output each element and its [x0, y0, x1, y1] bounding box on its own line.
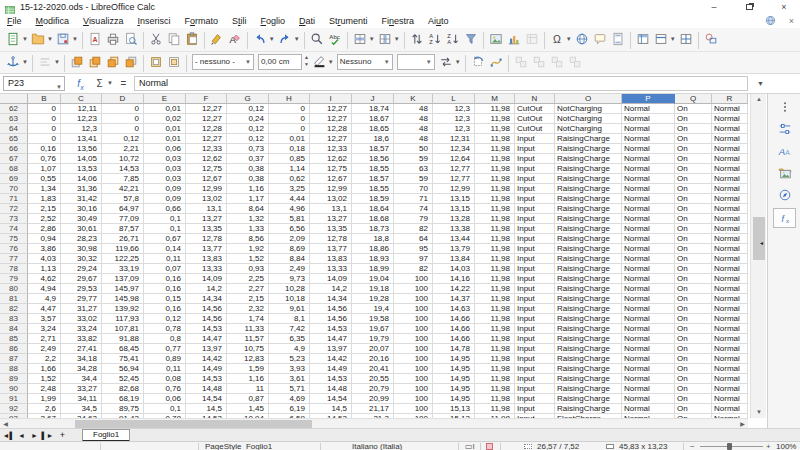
cell-E82[interactable]: 0,16 — [144, 304, 186, 314]
cell-I67[interactable]: 12,62 — [310, 154, 352, 164]
cell-H92[interactable]: 6,19 — [269, 404, 310, 414]
cell-P63[interactable]: Normal — [622, 114, 675, 124]
cell-D82[interactable]: 139,92 — [102, 304, 144, 314]
cell-K80[interactable]: 100 — [394, 284, 433, 294]
cell-Q91[interactable]: On — [675, 394, 712, 404]
cell-G63[interactable]: 0,24 — [227, 114, 269, 124]
cell-O64[interactable]: NotCharging — [555, 124, 622, 134]
cell-F76[interactable]: 13,77 — [186, 244, 227, 254]
cell-B80[interactable]: 4,94 — [28, 284, 61, 294]
cell-I74[interactable]: 13,35 — [310, 224, 352, 234]
cell-I69[interactable]: 12,67 — [310, 174, 352, 184]
cell-R91[interactable]: Normal — [712, 394, 748, 404]
cell-D78[interactable]: 33,19 — [102, 264, 144, 274]
cell-C86[interactable]: 27,41 — [61, 344, 102, 354]
cell-M84[interactable]: 11,98 — [475, 324, 515, 334]
cell-D80[interactable]: 145,97 — [102, 284, 144, 294]
cell-H74[interactable]: 6,56 — [269, 224, 310, 234]
cell-J66[interactable]: 18,57 — [352, 144, 394, 154]
row-header-83[interactable]: 83 — [0, 314, 28, 324]
cell-D79[interactable]: 137,09 — [102, 274, 144, 284]
cell-P69[interactable]: Normal — [622, 174, 675, 184]
cell-H79[interactable]: 9,73 — [269, 274, 310, 284]
cell-O72[interactable]: RaisingCharge — [555, 204, 622, 214]
cell-D92[interactable]: 89,75 — [102, 404, 144, 414]
cell-R64[interactable]: Normal — [712, 124, 748, 134]
cell-C70[interactable]: 31,36 — [61, 184, 102, 194]
cell-D66[interactable]: 2,21 — [102, 144, 144, 154]
cell-P83[interactable]: Normal — [622, 314, 675, 324]
cell-B76[interactable]: 3,86 — [28, 244, 61, 254]
cell-F69[interactable]: 12,67 — [186, 174, 227, 184]
cell-L79[interactable]: 14,16 — [433, 274, 475, 284]
cell-E70[interactable]: 0,09 — [144, 184, 186, 194]
cell-G92[interactable]: 1,45 — [227, 404, 269, 414]
hyperlink-button[interactable] — [574, 30, 590, 49]
cell-M89[interactable]: 11,98 — [475, 374, 515, 384]
cell-K82[interactable]: 100 — [394, 304, 433, 314]
cell-O86[interactable]: RaisingCharge — [555, 344, 622, 354]
cell-J78[interactable]: 18,99 — [352, 264, 394, 274]
cell-I92[interactable]: 14,5 — [310, 404, 352, 414]
gallery-deck-icon[interactable] — [773, 164, 796, 184]
cell-N86[interactable]: Input — [515, 344, 555, 354]
cell-H91[interactable]: 4,69 — [269, 394, 310, 404]
cell-H69[interactable]: 0,62 — [269, 174, 310, 184]
cell-B66[interactable]: 0,16 — [28, 144, 61, 154]
cell-M71[interactable]: 11,98 — [475, 194, 515, 204]
cell-F77[interactable]: 13,83 — [186, 254, 227, 264]
cell-R85[interactable]: Normal — [712, 334, 748, 344]
pivot-table-button[interactable] — [524, 30, 540, 49]
cell-O77[interactable]: RaisingCharge — [555, 254, 622, 264]
cell-M68[interactable]: 11,98 — [475, 164, 515, 174]
cell-E86[interactable]: 0,77 — [144, 344, 186, 354]
cell-F74[interactable]: 13,35 — [186, 224, 227, 234]
cell-C78[interactable]: 29,24 — [61, 264, 102, 274]
scroll-up-icon[interactable]: ▲ — [751, 94, 767, 105]
cell-Q86[interactable]: On — [675, 344, 712, 354]
cell-P88[interactable]: Normal — [622, 364, 675, 374]
clear-formatting-button[interactable]: A — [227, 30, 243, 49]
cell-F66[interactable]: 12,33 — [186, 144, 227, 154]
cell-Q78[interactable]: On — [675, 264, 712, 274]
cell-R72[interactable]: Normal — [712, 204, 748, 214]
column-header-N[interactable]: N — [515, 94, 555, 104]
cell-E79[interactable]: 0,16 — [144, 274, 186, 284]
cell-G90[interactable]: 11 — [227, 384, 269, 394]
cell-D90[interactable]: 82,68 — [102, 384, 144, 394]
column-header-K[interactable]: K — [394, 94, 433, 104]
cell-Q85[interactable]: On — [675, 334, 712, 344]
align-objects-button[interactable] — [37, 53, 53, 72]
cell-K72[interactable]: 74 — [394, 204, 433, 214]
cell-D68[interactable]: 14,53 — [102, 164, 144, 174]
exit-group-button[interactable] — [567, 53, 583, 72]
cell-J81[interactable]: 19,28 — [352, 294, 394, 304]
column-header-P[interactable]: P — [622, 94, 675, 104]
cell-M62[interactable]: 11,98 — [475, 104, 515, 114]
row-header-85[interactable]: 85 — [0, 334, 28, 344]
cell-M67[interactable]: 11,98 — [475, 154, 515, 164]
row-header-72[interactable]: 72 — [0, 204, 28, 214]
cell-H71[interactable]: 4,44 — [269, 194, 310, 204]
column-header-J[interactable]: J — [352, 94, 394, 104]
cell-C67[interactable]: 14,05 — [61, 154, 102, 164]
zoom-in-button[interactable]: + — [766, 442, 771, 450]
row-header-80[interactable]: 80 — [0, 284, 28, 294]
cell-M77[interactable]: 11,98 — [475, 254, 515, 264]
row-header-62[interactable]: 62 — [0, 104, 28, 114]
cell-P87[interactable]: Normal — [622, 354, 675, 364]
cell-H76[interactable]: 8,69 — [269, 244, 310, 254]
cell-I86[interactable]: 13,97 — [310, 344, 352, 354]
menu-strumenti[interactable]: Strumenti — [322, 14, 375, 28]
cell-O70[interactable]: RaisingCharge — [555, 184, 622, 194]
cell-H87[interactable]: 5,23 — [269, 354, 310, 364]
cell-M82[interactable]: 11,98 — [475, 304, 515, 314]
cell-Q73[interactable]: On — [675, 214, 712, 224]
cell-E77[interactable]: 0,11 — [144, 254, 186, 264]
cell-L70[interactable]: 12,99 — [433, 184, 475, 194]
menu-aiuto[interactable]: Aiuto — [421, 14, 456, 28]
cell-C91[interactable]: 34,11 — [61, 394, 102, 404]
cell-B67[interactable]: 0,76 — [28, 154, 61, 164]
cell-I87[interactable]: 14,42 — [310, 354, 352, 364]
cell-N89[interactable]: Input — [515, 374, 555, 384]
